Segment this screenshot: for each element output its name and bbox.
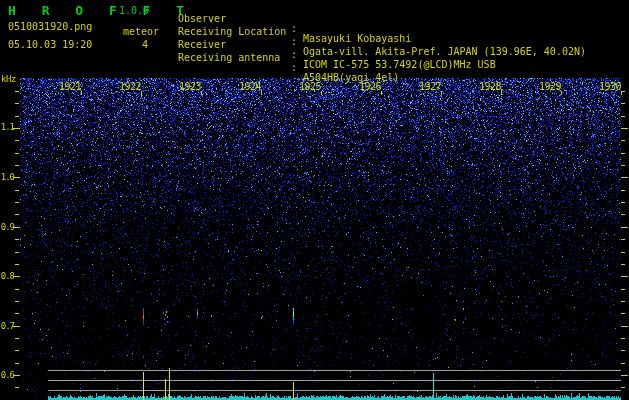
info-row-antenna: Receiving antenna : A504HB(yagi 4el) bbox=[0, 43, 629, 55]
freq-axis-unit: kHz bbox=[1, 74, 16, 84]
freq-tick-label: 0.8 bbox=[0, 271, 14, 281]
info-separator: : bbox=[291, 63, 297, 73]
freq-tick-label: 1.0 bbox=[0, 172, 14, 182]
freq-tick-label: 0.6 bbox=[0, 370, 14, 380]
time-tick-label: 1926 bbox=[357, 81, 381, 92]
time-tick-label: 1927 bbox=[417, 81, 441, 92]
time-tick-label: 1925 bbox=[297, 81, 321, 92]
info-row-location: Receiving Location : Ogata-vill. Akita-P… bbox=[0, 17, 629, 29]
time-tick-label: 1924 bbox=[237, 81, 261, 92]
freq-tick-label: 1.1 bbox=[0, 122, 14, 132]
time-tick-label: 1929 bbox=[537, 81, 561, 92]
freq-tick-label: 0.9 bbox=[0, 222, 14, 232]
time-tick-label: 1928 bbox=[477, 81, 501, 92]
hrofft-output-screen: H R O F F T 1.0.0 0510031920.png meteor … bbox=[0, 0, 629, 400]
time-tick-label: 1922 bbox=[117, 81, 141, 92]
time-tick-label: 1921 bbox=[57, 81, 81, 92]
time-tick-label: 1923 bbox=[177, 81, 201, 92]
info-value: ICOM IC-575 53.7492(@LCD)MHz USB bbox=[303, 60, 496, 70]
info-row-receiver: Receiver : ICOM IC-575 53.7492(@LCD)MHz … bbox=[0, 30, 629, 42]
info-row-observer: Observer : Masayuki Kobayashi bbox=[0, 4, 629, 16]
freq-tick-label: 0.7 bbox=[0, 321, 14, 331]
time-tick-label: 1930 bbox=[597, 81, 621, 92]
info-label: Receiving antenna bbox=[178, 53, 280, 63]
